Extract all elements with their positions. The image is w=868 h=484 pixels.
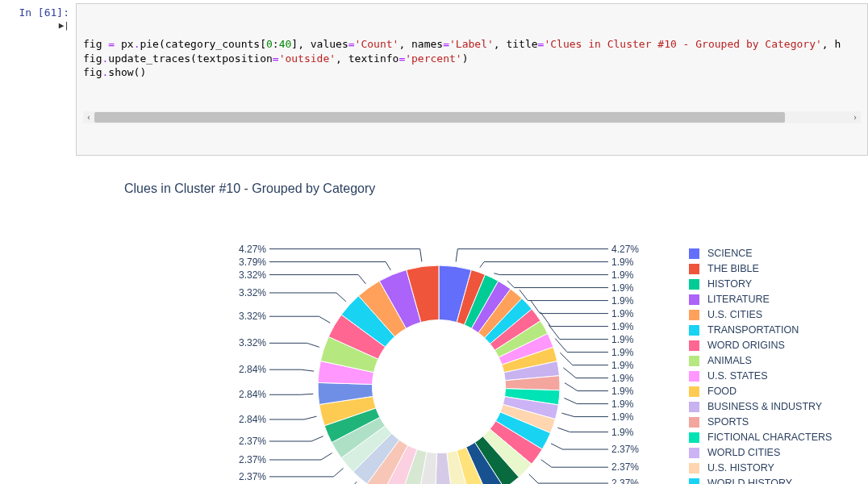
legend-item[interactable]: U.S. HISTORY (689, 461, 868, 476)
code-line: fig = px.pie(category_counts[0:40], valu… (83, 37, 861, 52)
pie-percent-label: 1.9% (611, 308, 634, 319)
pie-percent-label: 4.27% (239, 244, 266, 255)
legend-swatch (689, 279, 699, 290)
legend-swatch (689, 417, 699, 428)
pie-percent-label: 2.84% (239, 414, 266, 425)
pie-percent-label: 1.9% (611, 386, 634, 397)
legend-item[interactable]: SCIENCE (689, 246, 868, 261)
legend-swatch (689, 371, 699, 382)
legend-swatch (689, 402, 699, 412)
pie-percent-label: 1.9% (611, 360, 634, 371)
legend-label: FOOD (707, 384, 737, 399)
legend-swatch (689, 294, 699, 305)
legend-label: HISTORY (707, 277, 752, 292)
legend-swatch (689, 356, 699, 366)
legend-label: THE BIBLE (707, 261, 759, 277)
legend-swatch (689, 325, 699, 336)
pie-percent-label: 1.9% (611, 295, 634, 307)
code-editor[interactable]: fig = px.pie(category_counts[0:40], valu… (76, 3, 868, 156)
legend-label: ANIMALS (707, 353, 752, 369)
pie-percent-label: 1.9% (611, 426, 634, 437)
code-line: fig.show() (83, 65, 861, 80)
legend-label: SCIENCE (707, 246, 753, 261)
legend-item[interactable]: WORLD CITIES (689, 445, 868, 461)
scroll-right-icon[interactable]: › (849, 111, 861, 123)
legend-swatch (689, 478, 699, 484)
legend-item[interactable]: THE BIBLE (689, 261, 868, 277)
pie-percent-label: 3.79% (239, 257, 266, 268)
legend-label: U.S. STATES (707, 369, 768, 384)
legend-item[interactable]: ANIMALS (689, 353, 868, 369)
pie-percent-label: 2.37% (611, 461, 639, 473)
chart-legend[interactable]: SCIENCETHE BIBLEHISTORYLITERATUREU.S. CI… (689, 246, 868, 484)
pie-percent-label: 1.9% (611, 411, 634, 423)
legend-swatch (689, 448, 699, 458)
legend-item[interactable]: FOOD (689, 384, 868, 399)
pie-percent-label: 2.84% (239, 389, 266, 400)
pie-percent-label: 2.37% (611, 444, 639, 455)
legend-label: BUSINESS & INDUSTRY (707, 399, 822, 415)
legend-label: WORLD HISTORY (707, 476, 792, 484)
code-cell: In [61]: ▶| fig = px.pie(category_counts… (0, 0, 868, 156)
legend-label: SPORTS (707, 415, 749, 430)
pie-percent-label: 3.32% (239, 337, 266, 348)
scrollbar-thumb[interactable] (94, 112, 785, 123)
prompt-label: In [61]: (19, 6, 69, 19)
pie-percent-label: 3.32% (239, 269, 266, 281)
pie-percent-label: 1.9% (611, 334, 634, 345)
pie-percent-label: 2.37% (239, 471, 266, 482)
legend-item[interactable]: WORD ORIGINS (689, 338, 868, 353)
code-column: fig = px.pie(category_counts[0:40], valu… (76, 3, 868, 156)
pie-percent-label: 2.37% (239, 436, 266, 447)
pie-percent-label: 1.9% (611, 282, 634, 294)
pie-percent-label: 2.37% (611, 478, 639, 484)
pie-percent-label: 1.9% (611, 321, 634, 332)
legend-item[interactable]: TRANSPORTATION (689, 323, 868, 338)
pie-percent-label: 1.9% (611, 257, 634, 268)
legend-item[interactable]: U.S. CITIES (689, 307, 868, 323)
legend-item[interactable]: FICTIONAL CHARACTERS (689, 430, 868, 445)
legend-label: FICTIONAL CHARACTERS (707, 430, 832, 445)
legend-label: U.S. HISTORY (707, 461, 774, 476)
pie-percent-label: 3.32% (239, 287, 266, 298)
legend-swatch (689, 386, 699, 397)
legend-item[interactable]: SPORTS (689, 415, 868, 430)
legend-item[interactable]: BUSINESS & INDUSTRY (689, 399, 868, 415)
legend-label: LITERATURE (707, 292, 770, 307)
code-horizontal-scrollbar[interactable]: ‹ › (83, 111, 861, 123)
legend-swatch (689, 463, 699, 474)
legend-label: WORLD CITIES (707, 445, 780, 461)
input-prompt: In [61]: ▶| (0, 3, 76, 156)
pie-percent-label: 3.32% (239, 311, 266, 322)
legend-item[interactable]: LITERATURE (689, 292, 868, 307)
legend-swatch (689, 310, 699, 320)
run-cell-icon[interactable]: ▶| (59, 20, 69, 31)
pie-percent-label: 4.27% (611, 244, 639, 255)
output-area: Clues in Cluster #10 - Grouped by Catego… (76, 156, 868, 484)
pie-percent-label: 1.9% (611, 269, 634, 281)
legend-label: U.S. CITIES (707, 307, 762, 323)
legend-swatch (689, 432, 699, 443)
pie-percent-label: 1.9% (611, 347, 634, 358)
legend-label: WORD ORIGINS (707, 338, 785, 353)
legend-swatch (689, 340, 699, 351)
chart-title: Clues in Cluster #10 - Grouped by Catego… (124, 182, 868, 196)
pie-percent-label: 1.9% (611, 373, 634, 384)
pie-chart[interactable]: 4.27%1.9%1.9%1.9%1.9%1.9%1.9%1.9%1.9%1.9… (108, 201, 689, 484)
pie-percent-label: 2.84% (239, 364, 266, 375)
legend-item[interactable]: WORLD HISTORY (689, 476, 868, 484)
legend-item[interactable]: HISTORY (689, 277, 868, 292)
legend-item[interactable]: U.S. STATES (689, 369, 868, 384)
legend-swatch (689, 248, 699, 259)
code-line: fig.update_traces(textposition='outside'… (83, 52, 861, 66)
legend-label: TRANSPORTATION (707, 323, 799, 338)
legend-swatch (689, 264, 699, 274)
pie-percent-label: 2.37% (239, 454, 266, 465)
pie-percent-label: 1.9% (611, 398, 634, 410)
scroll-left-icon[interactable]: ‹ (83, 111, 94, 123)
